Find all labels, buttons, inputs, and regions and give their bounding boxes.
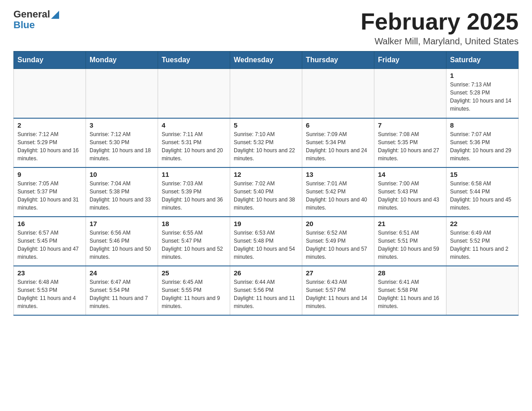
day-info: Sunrise: 7:12 AMSunset: 5:29 PMDaylight:… [17, 130, 82, 163]
day-info: Sunrise: 6:51 AMSunset: 5:51 PMDaylight:… [378, 229, 442, 261]
day-number: 24 [90, 269, 154, 277]
day-number: 14 [378, 171, 442, 178]
calendar-header: Sunday Monday Tuesday Wednesday Thursday… [14, 51, 519, 69]
calendar-day: 11Sunrise: 7:03 AMSunset: 5:39 PMDayligh… [158, 167, 230, 217]
calendar-day: 19Sunrise: 6:53 AMSunset: 5:48 PMDayligh… [230, 217, 302, 266]
day-info: Sunrise: 7:04 AMSunset: 5:38 PMDaylight:… [90, 180, 154, 212]
day-number: 21 [378, 220, 442, 227]
header-friday: Friday [374, 51, 446, 69]
calendar-day [302, 69, 374, 118]
svg-marker-0 [51, 11, 59, 19]
day-info: Sunrise: 6:47 AMSunset: 5:54 PMDaylight:… [90, 278, 154, 310]
calendar-day: 22Sunrise: 6:49 AMSunset: 5:52 PMDayligh… [446, 217, 519, 266]
calendar-day [86, 69, 158, 118]
day-number: 19 [234, 220, 298, 227]
day-info: Sunrise: 6:57 AMSunset: 5:45 PMDaylight:… [17, 229, 82, 261]
day-info: Sunrise: 7:00 AMSunset: 5:43 PMDaylight:… [378, 180, 442, 212]
day-number: 3 [90, 121, 154, 129]
day-number: 8 [450, 121, 515, 129]
day-number: 17 [90, 220, 154, 227]
day-number: 16 [17, 220, 82, 227]
header-saturday: Saturday [446, 51, 519, 69]
calendar-day: 2Sunrise: 7:12 AMSunset: 5:29 PMDaylight… [14, 118, 86, 167]
calendar-day [158, 69, 230, 118]
calendar-day [230, 69, 302, 118]
calendar-day [446, 266, 519, 315]
calendar-day: 27Sunrise: 6:43 AMSunset: 5:57 PMDayligh… [302, 266, 374, 315]
logo: General Blue [13, 9, 59, 30]
day-info: Sunrise: 6:48 AMSunset: 5:53 PMDaylight:… [17, 278, 82, 310]
calendar-day: 17Sunrise: 6:56 AMSunset: 5:46 PMDayligh… [86, 217, 158, 266]
day-info: Sunrise: 7:01 AMSunset: 5:42 PMDaylight:… [306, 180, 370, 212]
day-number: 18 [162, 220, 226, 227]
calendar-day: 23Sunrise: 6:48 AMSunset: 5:53 PMDayligh… [14, 266, 86, 315]
day-number: 2 [17, 121, 82, 129]
day-number: 28 [378, 269, 442, 277]
calendar-day: 7Sunrise: 7:08 AMSunset: 5:35 PMDaylight… [374, 118, 446, 167]
calendar-week-3: 16Sunrise: 6:57 AMSunset: 5:45 PMDayligh… [14, 217, 519, 266]
month-title: February 2025 [360, 9, 519, 34]
location-subtitle: Walker Mill, Maryland, United States [360, 36, 519, 47]
day-number: 5 [234, 121, 298, 129]
day-number: 15 [450, 171, 515, 178]
logo-general-text: General [13, 9, 50, 20]
day-number: 10 [90, 171, 154, 178]
logo-triangle-icon [51, 11, 59, 19]
calendar-week-1: 2Sunrise: 7:12 AMSunset: 5:29 PMDaylight… [14, 118, 519, 167]
calendar-day: 18Sunrise: 6:55 AMSunset: 5:47 PMDayligh… [158, 217, 230, 266]
calendar-week-4: 23Sunrise: 6:48 AMSunset: 5:53 PMDayligh… [14, 266, 519, 315]
calendar-day: 28Sunrise: 6:41 AMSunset: 5:58 PMDayligh… [374, 266, 446, 315]
day-info: Sunrise: 7:02 AMSunset: 5:40 PMDaylight:… [234, 180, 298, 212]
day-info: Sunrise: 7:09 AMSunset: 5:34 PMDaylight:… [306, 130, 370, 163]
calendar-week-0: 1Sunrise: 7:13 AMSunset: 5:28 PMDaylight… [14, 69, 519, 118]
calendar-table: Sunday Monday Tuesday Wednesday Thursday… [13, 51, 519, 316]
day-info: Sunrise: 7:11 AMSunset: 5:31 PMDaylight:… [162, 130, 226, 163]
day-info: Sunrise: 6:58 AMSunset: 5:44 PMDaylight:… [450, 180, 515, 212]
header-sunday: Sunday [14, 51, 86, 69]
day-info: Sunrise: 6:45 AMSunset: 5:55 PMDaylight:… [162, 278, 226, 310]
calendar-body: 1Sunrise: 7:13 AMSunset: 5:28 PMDaylight… [14, 69, 519, 315]
day-number: 6 [306, 121, 370, 129]
calendar-day: 24Sunrise: 6:47 AMSunset: 5:54 PMDayligh… [86, 266, 158, 315]
calendar-day: 16Sunrise: 6:57 AMSunset: 5:45 PMDayligh… [14, 217, 86, 266]
day-number: 25 [162, 269, 226, 277]
day-number: 1 [450, 72, 515, 79]
calendar-day [374, 69, 446, 118]
calendar-day: 3Sunrise: 7:12 AMSunset: 5:30 PMDaylight… [86, 118, 158, 167]
day-info: Sunrise: 6:55 AMSunset: 5:47 PMDaylight:… [162, 229, 226, 261]
day-number: 11 [162, 171, 226, 178]
logo-blue-text: Blue [13, 20, 59, 30]
day-number: 4 [162, 121, 226, 129]
calendar-day: 8Sunrise: 7:07 AMSunset: 5:36 PMDaylight… [446, 118, 519, 167]
day-number: 23 [17, 269, 82, 277]
day-info: Sunrise: 7:12 AMSunset: 5:30 PMDaylight:… [90, 130, 154, 163]
calendar-day: 4Sunrise: 7:11 AMSunset: 5:31 PMDaylight… [158, 118, 230, 167]
calendar-day: 20Sunrise: 6:52 AMSunset: 5:49 PMDayligh… [302, 217, 374, 266]
day-number: 22 [450, 220, 515, 227]
calendar-day: 5Sunrise: 7:10 AMSunset: 5:32 PMDaylight… [230, 118, 302, 167]
day-info: Sunrise: 7:03 AMSunset: 5:39 PMDaylight:… [162, 180, 226, 212]
header-wednesday: Wednesday [230, 51, 302, 69]
day-info: Sunrise: 7:13 AMSunset: 5:28 PMDaylight:… [450, 81, 515, 113]
calendar-day: 6Sunrise: 7:09 AMSunset: 5:34 PMDaylight… [302, 118, 374, 167]
day-number: 26 [234, 269, 298, 277]
calendar-day: 26Sunrise: 6:44 AMSunset: 5:56 PMDayligh… [230, 266, 302, 315]
day-number: 20 [306, 220, 370, 227]
day-info: Sunrise: 6:53 AMSunset: 5:48 PMDaylight:… [234, 229, 298, 261]
title-block: February 2025 Walker Mill, Maryland, Uni… [360, 9, 519, 47]
calendar-day: 9Sunrise: 7:05 AMSunset: 5:37 PMDaylight… [14, 167, 86, 217]
day-number: 13 [306, 171, 370, 178]
day-info: Sunrise: 7:07 AMSunset: 5:36 PMDaylight:… [450, 130, 515, 163]
calendar-day: 25Sunrise: 6:45 AMSunset: 5:55 PMDayligh… [158, 266, 230, 315]
day-info: Sunrise: 6:49 AMSunset: 5:52 PMDaylight:… [450, 229, 515, 261]
day-info: Sunrise: 7:08 AMSunset: 5:35 PMDaylight:… [378, 130, 442, 163]
header-thursday: Thursday [302, 51, 374, 69]
day-info: Sunrise: 6:44 AMSunset: 5:56 PMDaylight:… [234, 278, 298, 310]
day-info: Sunrise: 6:43 AMSunset: 5:57 PMDaylight:… [306, 278, 370, 310]
day-info: Sunrise: 6:52 AMSunset: 5:49 PMDaylight:… [306, 229, 370, 261]
calendar-day: 13Sunrise: 7:01 AMSunset: 5:42 PMDayligh… [302, 167, 374, 217]
header-row: Sunday Monday Tuesday Wednesday Thursday… [14, 51, 519, 69]
day-number: 7 [378, 121, 442, 129]
calendar-day: 10Sunrise: 7:04 AMSunset: 5:38 PMDayligh… [86, 167, 158, 217]
calendar-week-2: 9Sunrise: 7:05 AMSunset: 5:37 PMDaylight… [14, 167, 519, 217]
